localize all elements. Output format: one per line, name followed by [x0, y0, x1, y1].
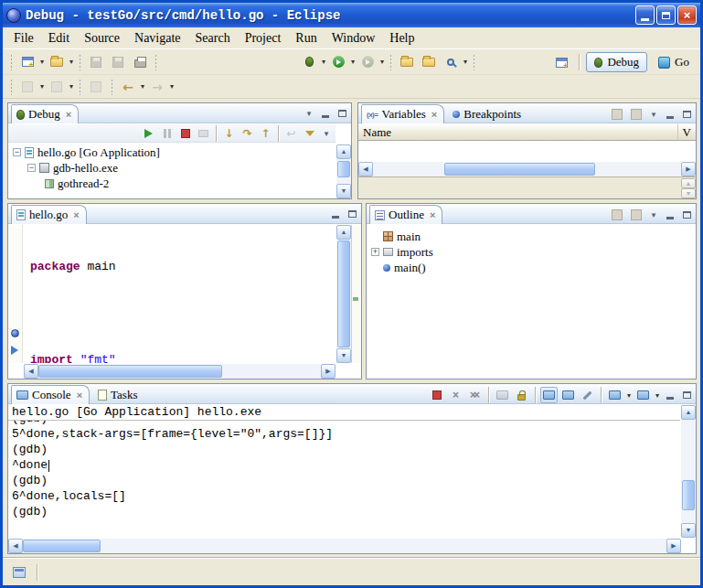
- minimize-view-icon[interactable]: [663, 108, 677, 122]
- show-type-names-button[interactable]: [608, 106, 625, 123]
- remove-launch-button[interactable]: ×: [447, 387, 464, 403]
- tab-hello-go[interactable]: hello.go ×: [11, 205, 87, 224]
- previous-annotation-button[interactable]: [16, 76, 38, 98]
- disconnect-button[interactable]: [195, 125, 212, 142]
- scroll-down-button[interactable]: ▼: [336, 348, 351, 363]
- scrollbar-thumb[interactable]: [682, 480, 695, 511]
- titlebar[interactable]: Debug - testGo/src/cmd/hello.go - Eclips…: [3, 3, 700, 27]
- minimize-view-icon[interactable]: [663, 208, 677, 222]
- console-horizontal-scrollbar[interactable]: ◀ ▶: [8, 539, 681, 553]
- chevron-down-icon[interactable]: ▾: [38, 82, 46, 91]
- scroll-down-button[interactable]: ▼: [336, 184, 351, 198]
- tab-breakpoints[interactable]: Breakpoints: [447, 104, 528, 123]
- menu-navigate[interactable]: Navigate: [127, 29, 188, 48]
- toolbar-grip[interactable]: [10, 79, 13, 95]
- tab-outline[interactable]: Outline ×: [369, 205, 442, 224]
- show-stdout-button[interactable]: [540, 387, 558, 403]
- scroll-up-button[interactable]: ▲: [336, 144, 351, 159]
- editor-horizontal-scrollbar[interactable]: ◀ ▶: [24, 364, 336, 379]
- terminate-button[interactable]: [176, 125, 194, 142]
- toolbar-grip[interactable]: [389, 54, 392, 70]
- terminate-button[interactable]: [428, 387, 445, 403]
- variables-horizontal-scrollbar[interactable]: ◀ ▶: [358, 162, 696, 176]
- use-step-filters-button[interactable]: [301, 125, 318, 142]
- chevron-down-icon[interactable]: ▾: [139, 82, 146, 91]
- maximize-view-icon[interactable]: [679, 208, 694, 222]
- display-selected-console-button[interactable]: [606, 387, 623, 403]
- column-value[interactable]: V: [677, 124, 696, 140]
- scroll-lock-button[interactable]: [513, 387, 530, 403]
- sort-button[interactable]: [608, 207, 625, 223]
- scroll-up-button[interactable]: ▲: [336, 225, 351, 240]
- menu-window[interactable]: Window: [325, 29, 383, 48]
- outline-item-main-func[interactable]: main(): [367, 260, 696, 275]
- chevron-down-icon[interactable]: ▾: [462, 58, 469, 66]
- scroll-up-button[interactable]: ▲: [681, 405, 696, 420]
- view-menu-icon[interactable]: ▾: [646, 108, 661, 122]
- run-external-tools-button[interactable]: [357, 51, 378, 73]
- minimize-button[interactable]: [635, 5, 655, 25]
- minimize-view-icon[interactable]: [663, 389, 677, 402]
- print-button[interactable]: [129, 51, 151, 73]
- toolbar-grip[interactable]: [111, 79, 113, 95]
- close-icon[interactable]: ×: [431, 109, 437, 120]
- remove-all-launches-button[interactable]: ××: [466, 387, 484, 403]
- scroll-right-button[interactable]: ▶: [321, 364, 336, 379]
- maximize-view-icon[interactable]: [679, 108, 694, 122]
- open-perspective-button[interactable]: +: [550, 51, 572, 73]
- menu-project[interactable]: Project: [238, 29, 289, 48]
- close-icon[interactable]: ×: [77, 390, 82, 401]
- scroll-left-button[interactable]: ◀: [24, 364, 38, 379]
- close-icon[interactable]: ×: [66, 109, 71, 120]
- scroll-left-button[interactable]: ◀: [8, 539, 23, 553]
- scroll-down-button[interactable]: ▼: [681, 523, 696, 538]
- column-name[interactable]: Name: [358, 124, 677, 140]
- scroll-up-button[interactable]: ▲: [681, 178, 696, 188]
- maximize-view-icon[interactable]: [335, 106, 349, 120]
- expand-icon[interactable]: +: [371, 248, 379, 256]
- resume-button[interactable]: [140, 125, 157, 142]
- maximize-view-icon[interactable]: [345, 207, 359, 220]
- chevron-down-icon[interactable]: ▾: [168, 82, 176, 91]
- close-icon[interactable]: ×: [430, 209, 435, 220]
- toolbar-grip[interactable]: [473, 54, 475, 70]
- code-area[interactable]: package main import "fmt" func main() { …: [24, 225, 336, 363]
- minimize-view-icon[interactable]: [328, 207, 343, 220]
- chevron-down-icon[interactable]: ▾: [378, 58, 386, 66]
- console-vertical-scrollbar[interactable]: ▲ ▼: [681, 405, 696, 538]
- toolbar-grip[interactable]: [79, 54, 81, 70]
- view-menu-icon[interactable]: ▾: [646, 208, 661, 222]
- next-annotation-button[interactable]: [46, 76, 68, 98]
- console-output[interactable]: (gdb) 5^done,stack-args=[frame={level="0…: [8, 421, 680, 538]
- menu-file[interactable]: File: [6, 29, 41, 48]
- menu-run[interactable]: Run: [288, 29, 324, 48]
- outline-item-package[interactable]: main: [367, 229, 696, 244]
- new-go-element-button[interactable]: [46, 51, 68, 73]
- step-return-button[interactable]: ↑: [257, 125, 274, 142]
- debug-vertical-scrollbar[interactable]: ▲ ▼: [336, 144, 351, 198]
- chevron-down-icon[interactable]: ▾: [38, 58, 46, 66]
- chevron-down-icon[interactable]: ▾: [654, 391, 661, 400]
- menu-help[interactable]: Help: [382, 29, 421, 48]
- chevron-down-icon[interactable]: ▾: [68, 82, 75, 91]
- show-stderr-button[interactable]: [559, 387, 577, 403]
- tab-console[interactable]: Console ×: [11, 385, 90, 404]
- clear-console-button[interactable]: [494, 387, 511, 403]
- tab-variables[interactable]: (x)= Variables ×: [361, 104, 444, 123]
- maximize-button[interactable]: [656, 5, 676, 25]
- close-icon[interactable]: ×: [73, 209, 79, 220]
- hide-fields-button[interactable]: [627, 207, 644, 223]
- tree-row-process[interactable]: − gdb-hello.exe: [8, 160, 336, 176]
- scrollbar-thumb[interactable]: [337, 241, 350, 347]
- step-over-button[interactable]: ↷: [239, 125, 256, 142]
- editor-vertical-scrollbar[interactable]: ▲ ▼: [336, 225, 351, 363]
- toolbar-grip[interactable]: [10, 54, 13, 70]
- forward-button[interactable]: →: [146, 76, 168, 98]
- save-button[interactable]: [85, 51, 107, 73]
- minimize-view-icon[interactable]: [318, 106, 333, 120]
- scroll-down-button[interactable]: ▼: [681, 188, 696, 198]
- tab-tasks[interactable]: Tasks: [92, 385, 144, 404]
- collapse-icon[interactable]: −: [27, 164, 36, 172]
- fast-view-button[interactable]: [8, 561, 30, 583]
- tree-row-thread[interactable]: gothread-2: [8, 176, 336, 191]
